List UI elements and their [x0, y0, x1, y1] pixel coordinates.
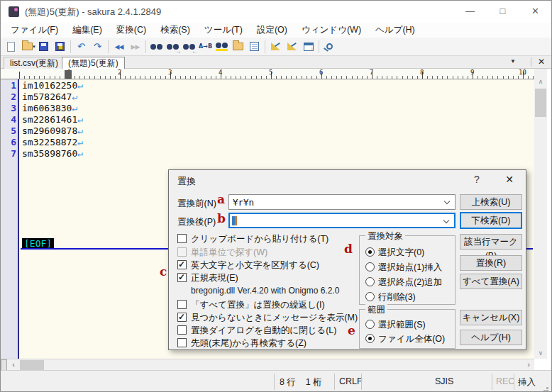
grep-replace-button[interactable]: [230, 39, 246, 55]
quick-search-button[interactable]: [321, 39, 338, 55]
horizontal-scroll-thumb[interactable]: [20, 360, 44, 370]
find-button[interactable]: [148, 39, 165, 55]
statusbar-separator: [514, 374, 514, 390]
window-list-button[interactable]: [300, 39, 316, 55]
search-up-button[interactable]: 上検索(U): [460, 194, 522, 210]
scroll-left-icon[interactable]: ‹: [8, 359, 19, 371]
undo-icon: ↶: [77, 41, 85, 52]
menu-search[interactable]: 検索(S): [153, 23, 197, 38]
grep-button[interactable]: [214, 39, 230, 55]
minimize-button[interactable]: —: [454, 1, 486, 22]
undo-button[interactable]: ↶: [73, 39, 89, 55]
horizontal-splitter-handle[interactable]: [1, 359, 7, 371]
ruler-label: 6: [319, 69, 323, 76]
menu-window[interactable]: ウィンドウ(W): [294, 23, 368, 38]
dialog-close-icon[interactable]: ✕: [502, 174, 517, 185]
menu-tools[interactable]: ツール(T): [197, 23, 250, 38]
window-title: (無題)5(更新) - sakura 2.4.1.2849: [25, 6, 161, 18]
search-down-button[interactable]: 下検索(D): [460, 212, 522, 229]
vertical-scrollbar[interactable]: ∧ ∨: [534, 69, 547, 359]
compare-button[interactable]: [267, 39, 284, 55]
checkbox-box[interactable]: [177, 273, 187, 282]
window-close-button[interactable]: ✕: [519, 1, 551, 22]
menu-convert[interactable]: 変換(C): [109, 23, 153, 38]
tabbar-separator: [531, 57, 531, 67]
annotation-e: e: [348, 323, 355, 337]
radio-button[interactable]: [365, 292, 375, 301]
find-next-button[interactable]: →: [165, 39, 181, 55]
line-number: 1: [1, 80, 16, 91]
radio-button[interactable]: [365, 247, 375, 257]
radio-label: ファイル全体(O): [378, 333, 445, 345]
menu-file[interactable]: ファイル(F): [4, 23, 65, 38]
replace-after-combobox[interactable]: [228, 213, 456, 228]
radio-button[interactable]: [365, 277, 375, 286]
radio-label: 行削除(3): [378, 291, 416, 303]
scroll-down-icon[interactable]: ∨: [534, 347, 547, 359]
checkbox-box[interactable]: [177, 300, 187, 309]
dialog-help-icon[interactable]: ?: [469, 174, 485, 185]
text-caret: [232, 216, 237, 225]
checkbox-box[interactable]: [177, 234, 187, 243]
redo-button[interactable]: ↷: [89, 39, 106, 55]
mark-lines-button[interactable]: 該当行マーク(B): [460, 234, 522, 250]
ruler-label: 5: [269, 69, 272, 76]
checkbox-box[interactable]: [177, 338, 187, 347]
checkbox-box[interactable]: [177, 260, 187, 269]
cancel-button[interactable]: キャンセル(X): [460, 310, 522, 325]
column-ruler: 1 2 3 4 5 6 7 8 9 10: [1, 69, 534, 79]
macro-button[interactable]: [284, 39, 300, 55]
new-file-button[interactable]: [3, 39, 19, 55]
line-text: im6063830↵: [22, 103, 77, 114]
vertical-scroll-thumb[interactable]: [535, 89, 546, 117]
menu-settings[interactable]: 設定(O): [250, 23, 294, 38]
combo-dropdown-icon[interactable]: [443, 218, 449, 223]
maximize-button[interactable]: □: [487, 1, 519, 22]
outline-button[interactable]: [246, 39, 263, 55]
save-all-button[interactable]: [52, 39, 68, 55]
newline-mark: ↵: [77, 80, 83, 91]
radio-button[interactable]: [365, 320, 375, 329]
line-text: sm32258872↵: [22, 137, 83, 148]
tab-untitled5[interactable]: (無題)5(更新): [62, 57, 125, 69]
tab-list-csv[interactable]: list.csv(更新): [4, 57, 65, 69]
line-text: sm29609878↵: [22, 125, 83, 137]
replace-before-combobox[interactable]: ¥r¥n: [228, 194, 456, 210]
radio-label: 選択終点(2)追加: [378, 276, 442, 289]
menu-bar: ファイル(F) 編集(E) 変換(C) 検索(S) ツール(T) 設定(O) ウ…: [1, 23, 551, 38]
replace-toolbar-button[interactable]: A→B: [197, 39, 214, 55]
tab-close-icon[interactable]: ✕: [536, 57, 547, 67]
horizontal-scrollbar[interactable]: ‹ ›: [1, 359, 534, 370]
save-all-icon: [55, 42, 65, 51]
ruler-label: 3: [168, 69, 172, 76]
macro-record-indicator: REC: [496, 376, 514, 386]
radio-label: 選択始点(1)挿入: [378, 262, 442, 274]
menu-edit[interactable]: 編集(E): [65, 23, 109, 38]
checkbox-box[interactable]: [177, 313, 187, 322]
combo-dropdown-icon[interactable]: [444, 198, 450, 204]
radio-button[interactable]: [365, 334, 375, 343]
ruler-ticks: [19, 69, 534, 79]
checkbox-box[interactable]: [177, 247, 187, 257]
replace-all-button[interactable]: すべて置換(A): [460, 274, 522, 289]
tab-menu-icon[interactable]: ▼: [507, 58, 519, 65]
jump-forward-icon: ▶▶: [131, 43, 140, 50]
replace-before-value: ¥r¥n: [233, 197, 254, 208]
scroll-right-icon[interactable]: ›: [523, 359, 534, 371]
jump-forward-button[interactable]: ▶▶: [127, 39, 143, 55]
radio-button[interactable]: [365, 262, 375, 271]
menu-help[interactable]: ヘルプ(H): [368, 23, 422, 38]
resize-grip[interactable]: [546, 387, 548, 389]
help-button[interactable]: ヘルプ(H): [460, 330, 522, 345]
find-prev-button[interactable]: ←: [181, 39, 197, 55]
annotation-c: c: [160, 264, 167, 279]
scroll-up-icon[interactable]: ∧: [534, 76, 547, 87]
open-file-button[interactable]: ▼: [19, 39, 35, 55]
jump-back-button[interactable]: ◀◀: [111, 39, 127, 55]
compare-icon: [271, 43, 280, 50]
editor-line: 3im6063830↵: [1, 103, 534, 114]
tab-bar: list.csv(更新) (無題)5(更新) ▼ ✕: [1, 56, 551, 69]
checkbox-box[interactable]: [177, 325, 187, 335]
save-button[interactable]: [35, 39, 52, 55]
replace-button[interactable]: 置換(R): [460, 255, 522, 271]
